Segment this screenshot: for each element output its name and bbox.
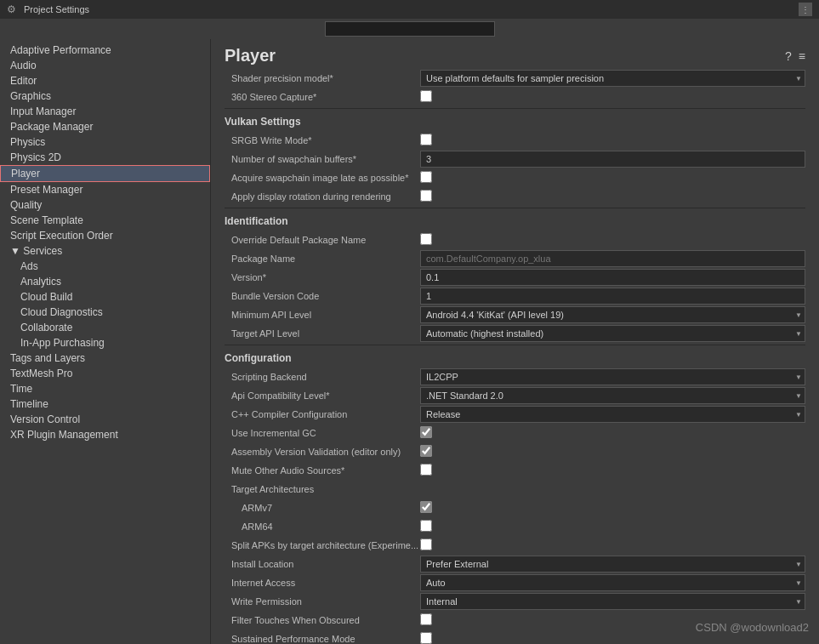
setting-value bbox=[420, 520, 805, 534]
dropdown-field[interactable]: Use platform defaults for sampler precis… bbox=[420, 70, 805, 87]
setting-row-package-name: Package Name bbox=[225, 249, 805, 268]
checkbox-field[interactable] bbox=[420, 539, 432, 550]
setting-label: Minimum API Level bbox=[225, 310, 420, 320]
sidebar-item-timeline[interactable]: Timeline bbox=[0, 396, 210, 412]
setting-row-override-default-package-name: Override Default Package Name bbox=[225, 231, 805, 249]
checkbox-field[interactable] bbox=[420, 464, 432, 476]
setting-value: .NET Standard 2.0 bbox=[420, 387, 805, 404]
dropdown-field[interactable]: IL2CPP bbox=[420, 368, 805, 385]
sidebar-item-editor[interactable]: Editor bbox=[0, 73, 210, 88]
dropdown-field[interactable]: Auto bbox=[420, 574, 805, 591]
setting-label: Bundle Version Code bbox=[225, 291, 420, 301]
title-bar: ⚙ Project Settings ⋮ bbox=[0, 0, 819, 19]
setting-value: IL2CPP bbox=[420, 368, 805, 385]
sidebar-item-input-manager[interactable]: Input Manager bbox=[0, 104, 210, 119]
sidebar-item-version-control[interactable]: Version Control bbox=[0, 412, 210, 427]
sidebar-item-player[interactable]: Player bbox=[0, 165, 210, 182]
sidebar-item-xr-plugin-management[interactable]: XR Plugin Management bbox=[0, 427, 210, 442]
text-field[interactable] bbox=[420, 151, 805, 168]
setting-value: Release bbox=[420, 406, 805, 423]
setting-label: Install Location bbox=[225, 559, 420, 569]
checkbox-field[interactable] bbox=[420, 426, 432, 438]
search-input[interactable] bbox=[325, 21, 495, 37]
checkbox-field[interactable] bbox=[420, 520, 432, 532]
checkbox-field[interactable] bbox=[420, 171, 432, 183]
checkbox-field[interactable] bbox=[420, 134, 432, 145]
sidebar-item-textmesh-pro[interactable]: TextMesh Pro bbox=[0, 366, 210, 381]
dropdown-field[interactable]: Internal bbox=[420, 593, 805, 610]
dropdown-field[interactable]: Release bbox=[420, 406, 805, 423]
setting-label: Version* bbox=[225, 272, 420, 282]
setting-label: C++ Compiler Configuration bbox=[225, 409, 420, 419]
help-button[interactable]: ? bbox=[785, 49, 792, 63]
checkbox-field[interactable] bbox=[420, 613, 432, 625]
sidebar-item-scene-template[interactable]: Scene Template bbox=[0, 213, 210, 228]
sidebar-item-package-manager[interactable]: Package Manager bbox=[0, 119, 210, 134]
page-title: Player bbox=[225, 46, 276, 66]
sidebar-item-quality[interactable]: Quality bbox=[0, 197, 210, 213]
sidebar-item-adaptive-performance[interactable]: Adaptive Performance bbox=[0, 43, 210, 58]
checkbox-field[interactable] bbox=[420, 632, 432, 644]
title-bar-title: Project Settings bbox=[24, 4, 89, 14]
setting-label: ARMv7 bbox=[225, 503, 420, 513]
sidebar-item-tags-and-layers[interactable]: Tags and Layers bbox=[0, 350, 210, 366]
settings-section: Shader precision model*Use platform defa… bbox=[211, 69, 819, 644]
sidebar-item-collaborate[interactable]: Collaborate bbox=[0, 320, 210, 335]
setting-label: 360 Stereo Capture* bbox=[225, 92, 420, 102]
sidebar: Adaptive PerformanceAudioEditorGraphicsI… bbox=[0, 39, 211, 644]
sidebar-item-preset-manager[interactable]: Preset Manager bbox=[0, 182, 210, 197]
setting-value bbox=[420, 233, 805, 248]
setting-row-split-apks-by-target-architecture--experime---: Split APKs by target architecture (Exper… bbox=[225, 536, 805, 555]
dropdown-field[interactable]: .NET Standard 2.0 bbox=[420, 387, 805, 404]
setting-value: Use platform defaults for sampler precis… bbox=[420, 70, 805, 87]
dropdown-field[interactable]: Android 4.4 'KitKat' (API level 19) bbox=[420, 306, 805, 323]
search-bar bbox=[0, 19, 819, 39]
sidebar-item-in-app-purchasing[interactable]: In-App Purchasing bbox=[0, 335, 210, 350]
setting-label: Number of swapchain buffers* bbox=[225, 154, 420, 164]
setting-label: Filter Touches When Obscured bbox=[225, 615, 420, 625]
setting-value: Automatic (highest installed) bbox=[420, 325, 805, 342]
sidebar-item-graphics[interactable]: Graphics bbox=[0, 88, 210, 104]
setting-label: Split APKs by target architecture (Exper… bbox=[225, 540, 420, 550]
dropdown-wrapper: Prefer External bbox=[420, 556, 805, 573]
setting-row-c---compiler-configuration: C++ Compiler ConfigurationRelease bbox=[225, 405, 805, 424]
sidebar-item-script-execution-order[interactable]: Script Execution Order bbox=[0, 228, 210, 243]
setting-row-number-of-swapchain-buffers-: Number of swapchain buffers* bbox=[225, 150, 805, 168]
more-options-btn[interactable]: ⋮ bbox=[799, 3, 812, 16]
setting-row-arm64: ARM64 bbox=[225, 517, 805, 536]
sidebar-section-services[interactable]: ▼ Services bbox=[0, 243, 210, 259]
setting-label: Api Compatibility Level* bbox=[225, 390, 420, 401]
setting-value bbox=[420, 613, 805, 628]
dropdown-field[interactable]: Prefer External bbox=[420, 556, 805, 573]
dropdown-wrapper: Android 4.4 'KitKat' (API level 19) bbox=[420, 306, 805, 323]
setting-label: Acquire swapchain image late as possible… bbox=[225, 173, 420, 183]
sidebar-item-audio[interactable]: Audio bbox=[0, 58, 210, 73]
text-field[interactable] bbox=[420, 288, 805, 305]
setting-row-scripting-backend: Scripting BackendIL2CPP bbox=[225, 368, 805, 386]
sidebar-item-cloud-diagnostics[interactable]: Cloud Diagnostics bbox=[0, 305, 210, 320]
text-field[interactable] bbox=[420, 250, 805, 267]
sidebar-item-cloud-build[interactable]: Cloud Build bbox=[0, 289, 210, 305]
checkbox-field[interactable] bbox=[420, 90, 432, 102]
setting-value: Auto bbox=[420, 574, 805, 591]
setting-row-api-compatibility-level-: Api Compatibility Level*.NET Standard 2.… bbox=[225, 386, 805, 405]
section-divider bbox=[225, 345, 805, 345]
checkbox-field[interactable] bbox=[420, 501, 432, 513]
sidebar-item-analytics[interactable]: Analytics bbox=[0, 274, 210, 289]
dropdown-field[interactable]: Automatic (highest installed) bbox=[420, 325, 805, 342]
settings-button[interactable]: ≡ bbox=[799, 49, 805, 63]
sidebar-item-time[interactable]: Time bbox=[0, 381, 210, 396]
setting-label: Shader precision model* bbox=[225, 73, 420, 83]
setting-row-armv7: ARMv7 bbox=[225, 499, 805, 517]
setting-row-apply-display-rotation-during-rendering: Apply display rotation during rendering bbox=[225, 187, 805, 206]
checkbox-field[interactable] bbox=[420, 233, 432, 245]
sidebar-item-physics[interactable]: Physics bbox=[0, 134, 210, 150]
setting-value bbox=[420, 171, 805, 185]
sidebar-item-ads[interactable]: Ads bbox=[0, 259, 210, 274]
checkbox-field[interactable] bbox=[420, 445, 432, 457]
section-header-identification: Identification bbox=[225, 210, 805, 231]
sidebar-item-physics-2d[interactable]: Physics 2D bbox=[0, 150, 210, 165]
text-field[interactable] bbox=[420, 269, 805, 286]
checkbox-field[interactable] bbox=[420, 190, 432, 202]
setting-row-install-location: Install LocationPrefer External bbox=[225, 555, 805, 573]
